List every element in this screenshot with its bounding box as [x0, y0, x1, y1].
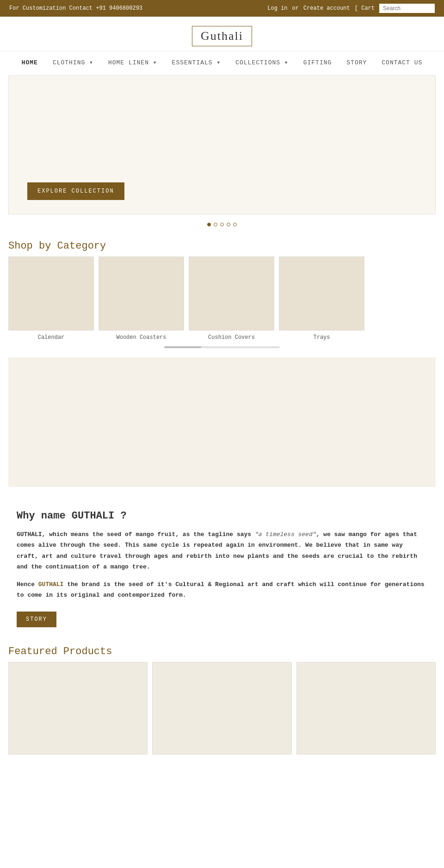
scroll-bar-wrap [0, 343, 444, 357]
tagline: "a timeless seed" [255, 531, 316, 538]
top-bar-right: Log in or Create account [ Cart [267, 4, 435, 13]
category-item-trays[interactable]: Trays [279, 256, 364, 343]
slider-dot-3[interactable] [220, 223, 224, 226]
featured-item-2[interactable] [152, 662, 291, 755]
featured-products-title: Featured Products [0, 637, 444, 662]
featured-item-3[interactable] [296, 662, 436, 755]
nav-gifting[interactable]: GIFTING [296, 57, 339, 68]
category-img-calendar [8, 256, 94, 331]
category-label-cushion-covers: Cushion Covers [189, 331, 274, 343]
logo[interactable]: Guthali [192, 26, 252, 46]
featured-item-1[interactable] [8, 662, 148, 755]
category-label-wooden-coasters: Wooden Coasters [99, 331, 184, 343]
why-section: Why name GUTHALI ? GUTHALI, which means … [0, 496, 444, 637]
nav-clothing[interactable]: CLOTHING ▾ [45, 57, 101, 68]
search-input[interactable] [379, 4, 435, 13]
why-para-2: Hence GUTHALI the brand is the seed of i… [17, 579, 427, 601]
category-label-calendar: Calendar [8, 331, 94, 343]
category-item-wooden-coasters[interactable]: Wooden Coasters [99, 256, 184, 343]
category-img-trays [279, 256, 364, 331]
category-label-trays: Trays [279, 331, 364, 343]
slider-dot-5[interactable] [233, 223, 237, 226]
logo-area: Guthali [0, 17, 444, 51]
login-link[interactable]: Log in [267, 5, 287, 12]
main-nav: HOME CLOTHING ▾ HOME LINEN ▾ ESSENTIALS … [0, 51, 444, 72]
cart-label[interactable]: [ Cart [355, 5, 375, 12]
story-button[interactable]: STORY [17, 612, 56, 627]
scroll-bar-track [164, 346, 280, 348]
nav-contact[interactable]: CONTACT US [374, 57, 430, 68]
contact-text: For Customization Contact +91 9406800293 [9, 5, 142, 12]
slider-dot-4[interactable] [227, 223, 230, 226]
create-account-link[interactable]: Create account [303, 5, 350, 12]
slider-dot-1[interactable] [207, 223, 211, 226]
nav-essentials[interactable]: ESSENTIALS ▾ [165, 57, 228, 68]
story-image-block [8, 357, 436, 487]
guthali-highlight: GUTHALI [38, 581, 64, 588]
category-scroll: Calendar Wooden Coasters Cushion Covers … [0, 256, 444, 343]
category-img-wooden-coasters [99, 256, 184, 331]
nav-collections[interactable]: COLLECTIONS ▾ [228, 57, 296, 68]
nav-home[interactable]: HOME [14, 57, 45, 68]
explore-collection-button[interactable]: EXPLORE COLLECTION [27, 182, 124, 200]
category-item-cushion-covers[interactable]: Cushion Covers [189, 256, 274, 343]
slider-dot-2[interactable] [214, 223, 217, 226]
why-para-1: GUTHALI, which means the seed of mango f… [17, 529, 427, 573]
nav-story[interactable]: STORY [339, 57, 374, 68]
or-text: or [292, 5, 299, 12]
category-item-calendar[interactable]: Calendar [8, 256, 94, 343]
shop-by-category-title: Shop by Category [0, 231, 444, 256]
featured-products-grid [0, 662, 444, 768]
slider-dots [0, 218, 444, 231]
category-img-cushion-covers [189, 256, 274, 331]
hero-banner: EXPLORE COLLECTION [8, 75, 436, 214]
why-title: Why name GUTHALI ? [17, 510, 427, 522]
top-bar: For Customization Contact +91 9406800293… [0, 0, 444, 17]
scroll-bar-thumb [164, 346, 201, 348]
nav-home-linen[interactable]: HOME LINEN ▾ [101, 57, 165, 68]
